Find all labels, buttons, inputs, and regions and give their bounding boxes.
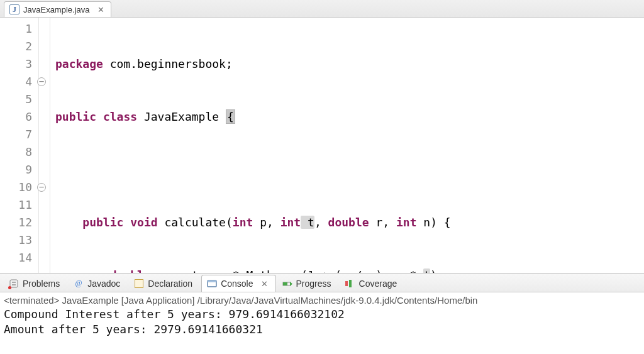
code-content[interactable]: package com.beginnersbook; public class … (50, 18, 644, 273)
cursor-bracket: { (226, 109, 235, 124)
tab-label: Declaration (148, 279, 192, 289)
console-line: Compound Interest after 5 years: 979.691… (4, 307, 640, 322)
param-highlight: t (301, 216, 314, 229)
editor-tab-active[interactable]: J JavaExample.java ✕ (4, 1, 111, 17)
editor-tab-filename: JavaExample.java (23, 5, 90, 14)
close-icon[interactable]: ✕ (261, 279, 268, 289)
occurrence-highlight: t (423, 268, 430, 273)
declaration-icon (134, 279, 144, 289)
bottom-panel: Problems @ Javadoc Declaration Console ✕… (0, 274, 644, 341)
tab-label: Coverage (359, 279, 397, 289)
tab-label: Problems (23, 279, 60, 289)
progress-icon (282, 279, 292, 289)
line-number-gutter: 1 2 3 4− 5 6 7 8 9 10− 11 12 13 14 (0, 18, 39, 273)
fold-collapse-icon[interactable]: − (37, 183, 46, 192)
tab-problems[interactable]: Problems (4, 275, 67, 292)
code-area: 1 2 3 4− 5 6 7 8 9 10− 11 12 13 14 packa… (0, 18, 644, 273)
tab-label: Console (221, 279, 253, 289)
tab-declaration[interactable]: Declaration (129, 275, 200, 292)
svg-rect-6 (283, 282, 287, 285)
tab-label: Javadoc (87, 279, 120, 289)
svg-rect-4 (208, 280, 216, 282)
tab-coverage[interactable]: Coverage (340, 275, 405, 292)
console-line: Amount after 5 years: 2979.69141660321 (4, 322, 640, 337)
svg-rect-0 (10, 280, 18, 287)
svg-rect-1 (12, 282, 16, 283)
java-file-icon: J (9, 4, 19, 14)
console-output[interactable]: <terminated> JavaExample [Java Applicati… (0, 292, 644, 341)
tab-progress[interactable]: Progress (277, 275, 339, 292)
fold-collapse-icon[interactable]: − (37, 77, 46, 86)
tab-console[interactable]: Console ✕ (201, 275, 275, 292)
coverage-icon (345, 279, 355, 289)
console-status-line: <terminated> JavaExample [Java Applicati… (4, 294, 640, 307)
close-icon[interactable]: ✕ (97, 5, 104, 14)
tab-javadoc[interactable]: @ Javadoc (69, 275, 128, 292)
problems-icon (9, 279, 19, 289)
console-icon (207, 279, 217, 289)
fold-strip (39, 18, 50, 273)
tab-label: Progress (296, 279, 331, 289)
panel-tab-bar: Problems @ Javadoc Declaration Console ✕… (0, 274, 644, 292)
editor-tab-bar: J JavaExample.java ✕ (0, 0, 644, 18)
svg-rect-2 (12, 284, 16, 285)
javadoc-icon: @ (74, 279, 84, 289)
editor-pane: J JavaExample.java ✕ 1 2 3 4− 5 6 7 8 9 … (0, 0, 644, 274)
